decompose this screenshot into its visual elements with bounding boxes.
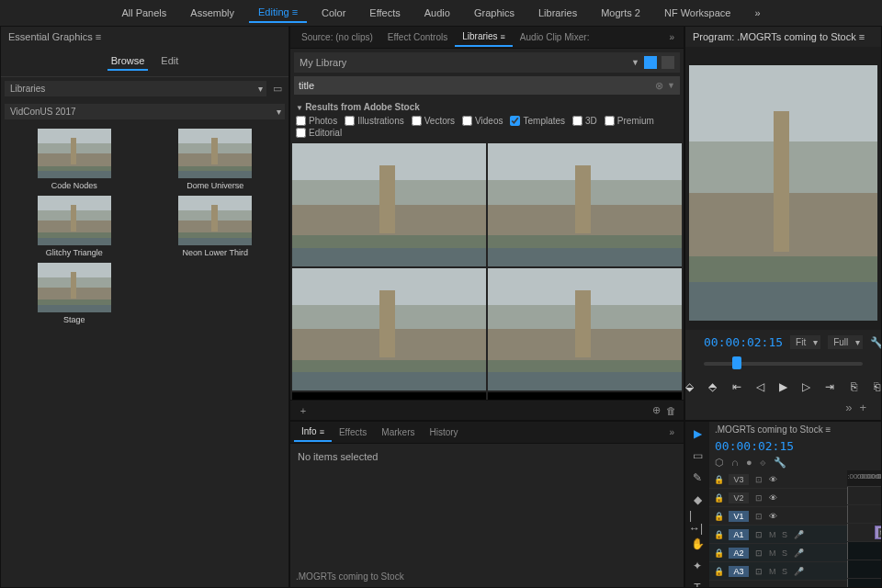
play-button[interactable]: ▶ (779, 379, 787, 395)
filter-3d[interactable]: 3D (572, 116, 597, 126)
markers-icon[interactable]: ● (746, 457, 752, 469)
eg-source-dropdown[interactable]: Libraries (5, 81, 266, 96)
go-to-in-button[interactable]: ⇤ (732, 379, 741, 395)
sequence-title[interactable]: .MOGRTs coming to Stock ≡ (715, 424, 831, 435)
timeline-ruler[interactable]: :00:00 00:00:05:00 00:00:10:00 00:00:15:… (847, 470, 881, 487)
add-icon[interactable]: + (296, 405, 311, 416)
filter-vectors[interactable]: Vectors (412, 116, 455, 126)
playhead-icon[interactable] (732, 356, 741, 369)
track-a2[interactable]: 🔒A2⊡M S 🎤 (709, 544, 847, 562)
filter-photos[interactable]: Photos (296, 116, 337, 126)
settings-icon[interactable]: ⟐ (760, 457, 766, 469)
ws-mogrts2[interactable]: Mogrts 2 (592, 4, 650, 22)
mark-out-button[interactable]: ⬘ (708, 379, 717, 395)
eg-item-code-nodes[interactable]: Code Nodes (6, 129, 142, 190)
lock-icon[interactable]: 🔒 (713, 493, 724, 503)
results-header[interactable]: Results from Adobe Stock (290, 98, 684, 116)
result-thumb[interactable] (292, 268, 486, 391)
tab-audio-mixer[interactable]: Audio Clip Mixer: (513, 28, 597, 46)
pen-tool[interactable]: ✦ (689, 558, 706, 574)
list-view-icon[interactable] (662, 56, 674, 69)
track-a1[interactable]: 🔒A1⊡M S 🎤 (709, 526, 847, 544)
track-select-tool[interactable]: ▭ (689, 447, 706, 464)
filter-illustrations[interactable]: Illustrations (345, 116, 404, 126)
ws-graphics[interactable]: Graphics (465, 4, 524, 22)
resolution-dropdown[interactable]: Full (828, 335, 863, 349)
lock-icon[interactable]: 🔒 (713, 512, 724, 521)
track-v2[interactable]: 🔒V2⊡👁 (709, 489, 847, 507)
track-v1[interactable]: 🔒V1⊡👁 (709, 507, 847, 526)
eg-item-stage[interactable]: Stage (6, 263, 142, 324)
trash-icon[interactable]: 🗑 (663, 405, 678, 416)
program-timecode-left[interactable]: 00:00:02:15 (704, 335, 783, 349)
eg-library-dropdown[interactable]: VidConUS 2017 (5, 104, 285, 119)
type-tool[interactable]: T (689, 580, 706, 588)
ws-color[interactable]: Color (312, 4, 355, 22)
eg-item-dome-universe[interactable]: Dome Universe (148, 129, 284, 190)
snap-icon[interactable]: ⬡ (715, 457, 724, 469)
tabs-overflow[interactable]: » (663, 424, 680, 441)
search-input[interactable] (299, 80, 655, 91)
tab-info[interactable]: Info≡ (294, 423, 332, 442)
result-thumb[interactable] (488, 268, 682, 391)
go-to-out-button[interactable]: ⇥ (825, 379, 834, 395)
video-clip[interactable]: fxAdobeStock_78363568.mov (875, 526, 881, 539)
selection-tool[interactable]: ▶ (689, 425, 706, 442)
lock-icon[interactable]: 🔒 (713, 548, 724, 558)
eg-item-glitchy-triangle[interactable]: Glitchy Triangle (6, 196, 142, 257)
tab-browse[interactable]: Browse (107, 52, 149, 71)
filter-templates[interactable]: Templates (510, 116, 565, 126)
tab-source[interactable]: Source: (no clips) (294, 28, 380, 46)
mark-in-button[interactable]: ⬙ (685, 379, 694, 395)
extract-button[interactable]: ⎗ (873, 379, 881, 395)
visibility-icon[interactable]: 👁 (769, 512, 777, 521)
visibility-icon[interactable]: 👁 (769, 493, 777, 503)
link-icon[interactable]: ∩ (731, 457, 739, 469)
slip-tool[interactable]: |↔| (689, 514, 706, 530)
timeline-timecode[interactable]: 00:00:02:15 (709, 437, 881, 455)
program-scrubber[interactable] (704, 355, 863, 371)
eye-icon[interactable]: ⊡ (753, 530, 764, 539)
ws-all-panels[interactable]: All Panels (112, 4, 175, 22)
razor-tool[interactable]: ◆ (689, 492, 706, 508)
filter-videos[interactable]: Videos (462, 116, 503, 126)
track-a3[interactable]: 🔒A3⊡M S 🎤 (709, 562, 847, 581)
step-forward-button[interactable]: ▷ (802, 379, 810, 395)
filter-editorial[interactable]: Editorial (296, 128, 342, 138)
eye-icon[interactable]: ⊡ (753, 512, 764, 521)
ws-overflow[interactable]: » (745, 4, 769, 22)
library-dropdown[interactable]: My Library ▼ (294, 52, 680, 73)
ws-nf[interactable]: NF Workspace (655, 4, 741, 22)
lock-icon[interactable]: 🔒 (713, 530, 724, 539)
lock-icon[interactable]: 🔒 (713, 475, 724, 484)
new-folder-icon[interactable]: ▭ (270, 82, 285, 96)
tab-effects[interactable]: Effects (332, 424, 374, 441)
filter-premium[interactable]: Premium (605, 116, 654, 126)
ws-libraries[interactable]: Libraries (529, 4, 586, 22)
ws-effects[interactable]: Effects (360, 4, 409, 22)
tab-markers[interactable]: Markers (374, 424, 422, 441)
result-thumb[interactable] (488, 143, 682, 266)
overflow-icon[interactable]: » (845, 401, 852, 414)
track-v3[interactable]: 🔒V3⊡👁 (709, 470, 847, 489)
lift-button[interactable]: ⎘ (849, 379, 857, 395)
chevron-down-icon[interactable]: ▼ (667, 81, 675, 90)
tab-edit[interactable]: Edit (157, 52, 182, 71)
eye-icon[interactable]: ⊡ (753, 475, 764, 484)
cart-icon[interactable]: ⊕ (649, 404, 663, 416)
ws-editing[interactable]: Editing≡ (249, 3, 307, 23)
result-thumb[interactable] (292, 392, 486, 400)
lock-icon[interactable]: 🔒 (713, 567, 724, 576)
visibility-icon[interactable]: 👁 (769, 475, 777, 484)
tab-history[interactable]: History (422, 424, 465, 441)
clear-icon[interactable]: ⊗ (655, 80, 663, 92)
hand-tool[interactable]: ✋ (689, 536, 706, 552)
ws-audio[interactable]: Audio (415, 4, 459, 22)
step-back-button[interactable]: ◁ (756, 379, 764, 395)
result-thumb[interactable] (292, 143, 486, 266)
add-button-icon[interactable]: + (859, 401, 866, 414)
wrench-icon[interactable]: 🔧 (774, 457, 786, 469)
ripple-edit-tool[interactable]: ✎ (689, 469, 706, 486)
eye-icon[interactable]: ⊡ (753, 567, 764, 576)
result-thumb[interactable]: ✓ (488, 392, 682, 400)
